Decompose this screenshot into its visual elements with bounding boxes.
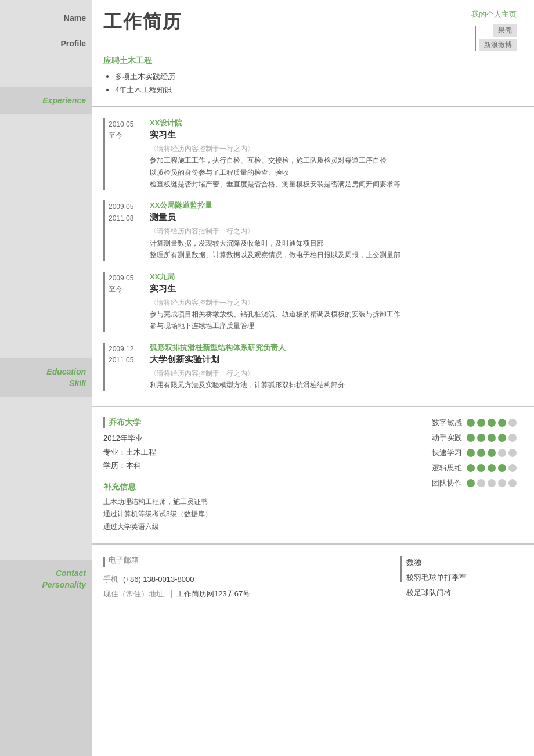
exp-date-2: 2009.05 2011.08 (103, 200, 144, 261)
sidebar-name-label: Name (64, 13, 86, 23)
contact-email-label: 电子邮箱 (109, 555, 139, 566)
personality-line (400, 556, 402, 582)
profile-job: 应聘土木工程 (103, 56, 517, 66)
contact-address-row: 现住（常住）地址 工作简历网123弄67号 (103, 587, 389, 602)
skill-label-4: 逻辑思维 (427, 463, 462, 473)
skill-dots-2 (467, 434, 517, 442)
contact-phone-number: (+86) 138-0013-8000 (123, 573, 194, 587)
profile-bullet-1: 多项土木实践经历 (115, 70, 517, 83)
main-content: 工作简历 我的个人主页 果壳 新浪微博 应聘土木工程 多项土木实践经历 4年土木… (92, 0, 534, 756)
supplement-line-3: 通过大学英语六级 (103, 521, 377, 534)
dot (498, 419, 506, 427)
sidebar-profile-label: Profile (60, 39, 86, 48)
exp-date-3: 2009.05 至今 (103, 272, 144, 332)
dot (467, 449, 475, 457)
profile-bullets: 多项土木实践经历 4年土木工程知识 (103, 70, 517, 97)
dot (477, 449, 485, 457)
dot-empty (488, 479, 496, 487)
sidebar-education-label: Education Skill (46, 367, 86, 388)
exp-title-1: 实习生 (150, 129, 517, 141)
dot (467, 434, 475, 442)
supplement-title: 补充信息 (103, 482, 377, 492)
sidebar-experience-label: Experience (42, 96, 86, 105)
dot-empty (508, 464, 517, 472)
dot (467, 479, 475, 487)
exp-desc-1: 〈请将经历内容控制于一行之内〉 参加工程施工工作，执行自检、互检、交接检，施工队… (150, 143, 517, 190)
contact-phone-row: 手机 (+86) 138-0013-8000 (103, 573, 389, 587)
experience-entry-4: 2009.12 2011.05 弧形双排抗滑桩新型结构体系研究负责人 大学创新实… (103, 343, 517, 391)
contact-address-value: 工作简历网123弄67号 (176, 587, 250, 602)
exp-content-1: XX设计院 实习生 〈请将经历内容控制于一行之内〉 参加工程施工工作，执行自检、… (144, 118, 517, 190)
dot (498, 464, 506, 472)
personality-section: 数独 校羽毛球单打季军 校足球队门将 (400, 555, 517, 601)
dot (467, 419, 475, 427)
supplement-section: 补充信息 土木助理结构工程师，施工员证书 通过计算机等级考试3级（数据库） 通过… (103, 482, 377, 534)
experience-entry-3: 2009.05 至今 XX九局 实习生 〈请将经历内容控制于一行之内〉 参与完成… (103, 272, 517, 332)
contact-left: 电子邮箱 手机 (+86) 138-0013-8000 现住（常住）地址 工作简… (103, 555, 389, 601)
experience-section: 2010.05 至今 XX设计院 实习生 〈请将经历内容控制于一行之内〉 参加工… (92, 107, 534, 408)
exp-company-4: 弧形双排抗滑桩新型结构体系研究负责人 (150, 343, 517, 353)
exp-desc-2: 〈请将经历内容控制于一行之内〉 计算测量数据，发现较大沉降及收敛时，及时通知项目… (150, 225, 517, 261)
exp-company-1: XX设计院 (150, 118, 517, 128)
experience-entry-2: 2009.05 2011.08 XX公局隧道监控量 测量员 〈请将经历内容控制于… (103, 200, 517, 261)
contact-line-decoration (103, 557, 105, 567)
exp-date-1: 2010.05 至今 (103, 118, 144, 190)
skill-dots-5 (467, 479, 517, 487)
skill-row-5: 团队协作 (389, 478, 517, 488)
exp-desc-3: 〈请将经历内容控制于一行之内〉 参与完成项目相关桥墩放线、钻孔桩浇筑、轨道板的精… (150, 297, 517, 332)
vertical-line (475, 26, 476, 51)
supplement-line-1: 土木助理结构工程师，施工员证书 (103, 496, 377, 509)
exp-company-3: XX九局 (150, 272, 517, 282)
dot (488, 464, 496, 472)
edu-degree: 学历：本科 (103, 459, 377, 472)
resume-title: 工作简历 (103, 9, 182, 35)
dot (477, 464, 485, 472)
dot-empty (477, 479, 485, 487)
skill-label-5: 团队协作 (427, 478, 462, 488)
contact-address-label: 现住（常住）地址 (103, 587, 164, 602)
exp-date-4: 2009.12 2011.05 (103, 343, 144, 391)
university-name: 乔布大学 (103, 417, 377, 428)
personality-item-2: 校羽毛球单打季军 (406, 570, 467, 585)
personal-link[interactable]: 我的个人主页 (471, 9, 517, 20)
profile-section: 应聘土木工程 多项土木实践经历 4年土木工程知识 (92, 51, 534, 107)
dot (488, 419, 496, 427)
contact-personality-section: 电子邮箱 手机 (+86) 138-0013-8000 现住（常住）地址 工作简… (92, 545, 534, 607)
exp-title-2: 测量员 (150, 212, 517, 223)
dot-empty (508, 449, 517, 457)
contact-phone-label: 手机 (103, 573, 118, 587)
sidebar-contact-label: Contact Personality (42, 568, 86, 589)
exp-company-2: XX公局隧道监控量 (150, 200, 517, 211)
skill-row-2: 动手实践 (389, 433, 517, 443)
dot-empty (508, 479, 517, 487)
sidebar: Name Profile Experience Education Skill … (0, 0, 92, 756)
education-skill-section: 乔布大学 2012年毕业 专业：土木工程 学历：本科 补充信息 土木助理结构工程… (92, 407, 534, 545)
exp-title-3: 实习生 (150, 283, 517, 294)
dot-empty (498, 449, 506, 457)
resume-page: Name Profile Experience Education Skill … (0, 0, 534, 756)
dot (477, 434, 485, 442)
dot-empty (508, 419, 517, 427)
exp-content-3: XX九局 实习生 〈请将经历内容控制于一行之内〉 参与完成项目相关桥墩放线、钻孔… (144, 272, 517, 332)
platform-guoke: 果壳 (493, 24, 517, 37)
exp-title-4: 大学创新实验计划 (150, 354, 517, 365)
exp-desc-4: 〈请将经历内容控制于一行之内〉 利用有限元方法及实验模型方法，计算弧形双排抗滑桩… (150, 368, 517, 391)
exp-content-4: 弧形双排抗滑桩新型结构体系研究负责人 大学创新实验计划 〈请将经历内容控制于一行… (144, 343, 517, 391)
skill-row-1: 数字敏感 (389, 417, 517, 428)
dot (477, 419, 485, 427)
personality-item-3: 校足球队门将 (406, 585, 467, 600)
experience-entry-1: 2010.05 至今 XX设计院 实习生 〈请将经历内容控制于一行之内〉 参加工… (103, 118, 517, 190)
dot-empty (498, 479, 506, 487)
education-left: 乔布大学 2012年毕业 专业：土木工程 学历：本科 补充信息 土木助理结构工程… (103, 417, 377, 533)
supplement-line-2: 通过计算机等级考试3级（数据库） (103, 508, 377, 521)
skill-row-3: 快速学习 (389, 448, 517, 458)
skill-label-3: 快速学习 (427, 448, 462, 458)
exp-content-2: XX公局隧道监控量 测量员 〈请将经历内容控制于一行之内〉 计算测量数据，发现较… (144, 200, 517, 261)
edu-graduation: 2012年毕业 (103, 431, 377, 445)
skill-row-4: 逻辑思维 (389, 463, 517, 473)
skill-label-1: 数字敏感 (427, 417, 462, 428)
skill-dots-1 (467, 419, 517, 427)
personality-item-1: 数独 (406, 555, 467, 570)
skills-section: 数字敏感 动手实践 (389, 417, 517, 533)
dot-empty (508, 434, 517, 442)
